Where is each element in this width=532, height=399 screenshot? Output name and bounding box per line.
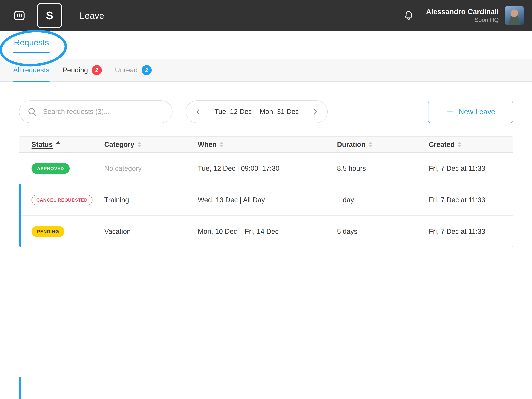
user-menu[interactable]: Alessandro Cardinali Soon HQ [426,7,499,24]
duration-cell: 8.5 hours [337,164,429,172]
column-header-category[interactable]: Category [104,141,198,149]
notifications-button[interactable] [403,10,414,21]
app-logo[interactable]: S [37,3,62,28]
category-cell: No category [104,164,198,172]
sort-icons [458,142,462,147]
duration-cell: 5 days [337,227,429,235]
app-logo-letter: S [46,9,53,22]
chevron-left-icon [194,108,202,115]
tab-pending[interactable]: Pending 2 [63,59,102,81]
nav-requests-link[interactable]: Requests [13,38,50,52]
sort-icons [220,142,224,147]
table-row[interactable]: PENDING Vacation Mon, 10 Dec – Fri, 14 D… [19,215,513,247]
new-leave-label: New Leave [459,108,495,116]
search-icon [27,107,38,117]
when-cell: Mon, 10 Dec – Fri, 14 Dec [198,227,337,235]
date-range-picker: Tue, 12 Dec – Mon, 31 Dec [186,101,328,123]
bell-icon [403,10,414,21]
table-row[interactable]: CANCEL REQUESTED Training Wed, 13 Dec | … [19,184,513,215]
toolbar: Tue, 12 Dec – Mon, 31 Dec New Leave [19,101,513,123]
category-cell: Vacation [104,227,198,235]
when-cell: Wed, 13 Dec | All Day [198,196,337,204]
main-content: Tue, 12 Dec – Mon, 31 Dec New Leave [0,82,532,247]
column-header-duration[interactable]: Duration [337,141,429,149]
topbar-right: Alessandro Cardinali Soon HQ [403,6,524,25]
created-cell: Fri, 7 Dec at 11:33 [429,227,513,235]
tab-all-requests-label: All requests [13,66,49,74]
duration-cell: 1 day [337,196,429,204]
column-header-when-label: When [198,141,217,149]
date-range-label: Tue, 12 Dec – Mon, 31 Dec [214,108,299,116]
annotation-stroke [19,377,21,399]
created-cell: Fri, 7 Dec at 11:33 [429,196,513,204]
tab-pending-label: Pending [63,66,88,74]
avatar[interactable] [505,6,524,25]
column-header-category-label: Category [104,141,134,149]
page-title: Leave [80,10,104,21]
new-leave-button[interactable]: New Leave [428,101,513,123]
tab-unread-label: Unread [115,66,138,74]
prev-period-button[interactable] [193,107,203,117]
column-header-created[interactable]: Created [429,141,513,149]
sidebar-toggle-button[interactable] [12,8,27,23]
unread-count-badge: 2 [141,65,152,75]
column-header-when[interactable]: When [198,141,337,149]
sort-icons [369,142,372,147]
status-cell: PENDING [32,226,104,237]
tab-bar: All requests Pending 2 Unread 2 [0,59,532,82]
next-period-button[interactable] [310,107,320,117]
topbar: S Leave Alessandro Cardinali Soon HQ [0,0,532,31]
column-header-status[interactable]: Status [32,141,104,149]
tab-unread[interactable]: Unread 2 [115,59,152,81]
search-box [19,101,172,123]
search-input[interactable] [42,107,158,116]
status-cell: CANCEL REQUESTED [32,195,104,205]
column-header-duration-label: Duration [337,141,365,149]
user-name: Alessandro Cardinali [426,7,499,16]
status-cell: APPROVED [32,163,104,174]
chevron-right-icon [311,108,319,115]
when-cell: Tue, 12 Dec | 09:00–17:30 [198,164,337,172]
tab-all-requests[interactable]: All requests [13,59,49,81]
status-badge-pending: PENDING [32,226,65,237]
sort-ascending-icon [56,141,60,144]
plus-icon [446,108,454,116]
app-root: S Leave Alessandro Cardinali Soon HQ Req… [0,0,532,399]
pending-count-badge: 2 [92,65,102,75]
requests-table: Status Category When Duration Created [19,136,513,247]
category-cell: Training [104,196,198,204]
column-header-created-label: Created [429,141,455,149]
sidebar-toggle-icon [13,9,26,22]
status-badge-approved: APPROVED [32,163,70,174]
column-header-status-label: Status [32,141,53,149]
subnav: Requests [0,31,532,59]
created-cell: Fri, 7 Dec at 11:33 [429,164,513,172]
table-row[interactable]: APPROVED No category Tue, 12 Dec | 09:00… [19,153,513,184]
sort-icons [138,142,141,147]
status-badge-cancel-requested: CANCEL REQUESTED [32,195,93,205]
table-header-row: Status Category When Duration Created [19,137,513,153]
user-org: Soon HQ [426,16,499,24]
